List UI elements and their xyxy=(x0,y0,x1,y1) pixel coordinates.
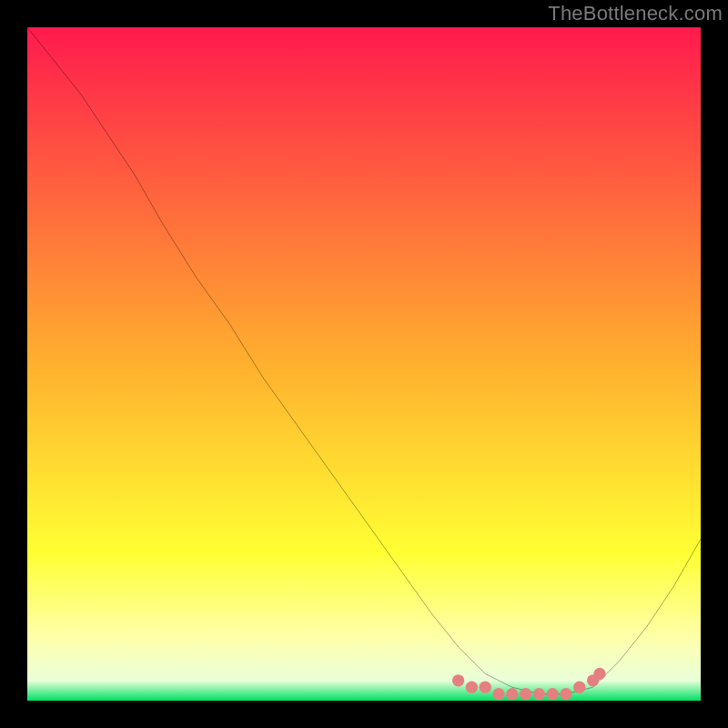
highlight-dot xyxy=(466,682,478,693)
highlight-dot xyxy=(560,688,571,700)
highlight-dot xyxy=(520,688,531,700)
highlight-dot xyxy=(533,688,545,700)
bottleneck-chart xyxy=(27,27,701,701)
highlight-dot xyxy=(573,682,585,693)
plot-frame xyxy=(27,27,701,701)
highlight-dot xyxy=(480,682,491,693)
chart-container: TheBottleneck.com xyxy=(0,0,728,728)
highlight-dot xyxy=(547,688,559,700)
highlight-dot xyxy=(593,668,605,680)
highlight-dot xyxy=(492,688,504,700)
gradient-background xyxy=(27,27,701,701)
watermark-text: TheBottleneck.com xyxy=(548,2,723,25)
highlight-dot xyxy=(506,688,518,700)
highlight-dot xyxy=(452,674,464,686)
